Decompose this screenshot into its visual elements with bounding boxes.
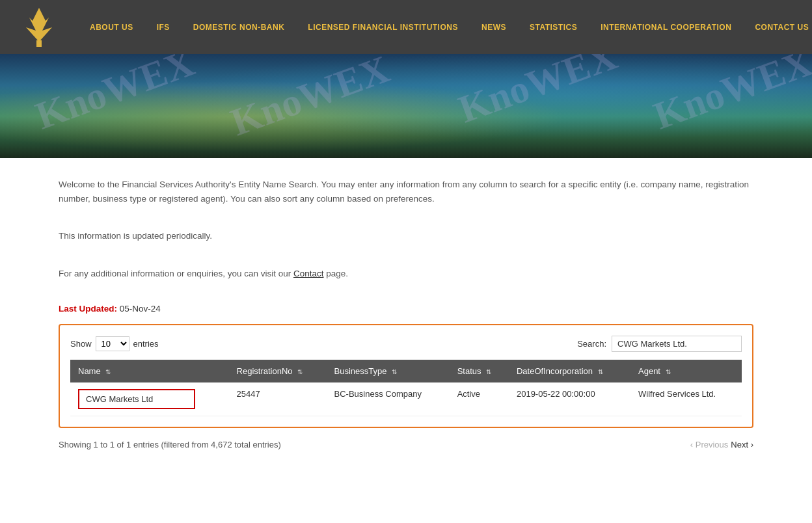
previous-button[interactable]: ‹ Previous (690, 440, 729, 449)
name-box: CWG Markets Ltd (78, 389, 195, 409)
site-logo[interactable] (13, 5, 65, 50)
intro-p3-suffix: page. (323, 269, 348, 278)
cell-date: 2019-05-22 00:00:00 (509, 382, 630, 416)
nav-item-statistics[interactable]: STATISTICS (518, 0, 589, 54)
last-updated-row: Last Updated: 05-Nov-24 (59, 304, 753, 314)
col-header-dateofincorporation[interactable]: DateOfIncorporation ⇅ (509, 360, 630, 382)
nav-item-about-us[interactable]: ABOUT US (78, 0, 145, 54)
search-input[interactable] (612, 336, 742, 352)
col-header-agent[interactable]: Agent ⇅ (630, 360, 742, 382)
intro-p3-prefix: For any additional information or enquir… (59, 269, 293, 278)
show-label: Show (70, 339, 92, 349)
pagination-links: ‹ Previous Next › (690, 440, 753, 449)
entries-per-page-select[interactable]: 102550100 (96, 336, 129, 351)
svg-marker-0 (26, 8, 52, 40)
nav-item-contact-us[interactable]: CONTACT US (743, 0, 812, 54)
nav-item-domestic-non-bank[interactable]: DOMESTIC NON-BANK (182, 0, 297, 54)
table-header: Name ⇅RegistrationNo ⇅BusinessType ⇅Stat… (70, 360, 742, 382)
nav-item-ifs[interactable]: IFS (145, 0, 182, 54)
contact-link[interactable]: Contact (293, 269, 324, 278)
col-header-status[interactable]: Status ⇅ (450, 360, 509, 382)
cell-status: Active (450, 382, 509, 416)
svg-rect-1 (36, 40, 42, 47)
nav-item-news[interactable]: NEWS (470, 0, 518, 54)
entries-label: entries (133, 339, 159, 349)
table-controls: Show 102550100 entries Search: (70, 336, 742, 352)
nav-links: ABOUT USIFSDOMESTIC NON-BANKLICENSED FIN… (78, 0, 812, 54)
cell-agent: Wilfred Services Ltd. (630, 382, 742, 416)
pagination-info: Showing 1 to 1 of 1 entries (filtered fr… (59, 440, 281, 449)
results-table: Name ⇅RegistrationNo ⇅BusinessType ⇅Stat… (70, 360, 742, 416)
navbar: ABOUT USIFSDOMESTIC NON-BANKLICENSED FIN… (0, 0, 812, 54)
search-control: Search: (577, 336, 742, 352)
sort-icon: ⇅ (392, 368, 397, 375)
cell-business-type: BC-Business Company (327, 382, 450, 416)
table-row: CWG Markets Ltd25447BC-Business CompanyA… (70, 382, 742, 416)
data-table-container: Show 102550100 entries Search: Name ⇅Reg… (59, 324, 753, 428)
cell-registration-no: 25447 (229, 382, 327, 416)
cell-name: CWG Markets Ltd (70, 382, 229, 416)
nav-item-intl-cooperation[interactable]: INTERNATIONAL COOPERATION (589, 0, 743, 54)
next-button[interactable]: Next › (731, 440, 753, 449)
sort-icon: ⇅ (105, 368, 111, 375)
col-header-businesstype[interactable]: BusinessType ⇅ (327, 360, 450, 382)
hero-overlay (0, 54, 812, 158)
hero-banner: KnoWEX KnoWEX KnoWEX KnoWEX (0, 54, 812, 158)
search-label: Search: (577, 339, 606, 349)
sort-icon: ⇅ (486, 368, 491, 375)
table-header-row: Name ⇅RegistrationNo ⇅BusinessType ⇅Stat… (70, 360, 742, 382)
intro-paragraph-1: Welcome to the Financial Services Author… (59, 178, 753, 206)
intro-paragraph-3: For any additional information or enquir… (59, 267, 753, 281)
last-updated-date: 05-Nov-24 (120, 304, 161, 314)
table-body: CWG Markets Ltd25447BC-Business CompanyA… (70, 382, 742, 416)
main-content: Welcome to the Financial Services Author… (0, 158, 812, 463)
sort-icon: ⇅ (598, 368, 603, 375)
sort-icon: ⇅ (666, 368, 671, 375)
pagination-row: Showing 1 to 1 of 1 entries (filtered fr… (59, 435, 753, 449)
intro-paragraph-2: This information is updated periodically… (59, 229, 753, 243)
nav-item-licensed-fi[interactable]: LICENSED FINANCIAL INSTITUTIONS (296, 0, 470, 54)
col-header-registrationno[interactable]: RegistrationNo ⇅ (229, 360, 327, 382)
col-header-name[interactable]: Name ⇅ (70, 360, 229, 382)
sort-icon: ⇅ (297, 368, 303, 375)
show-entries-control: Show 102550100 entries (70, 336, 159, 351)
last-updated-label: Last Updated: (59, 304, 117, 314)
